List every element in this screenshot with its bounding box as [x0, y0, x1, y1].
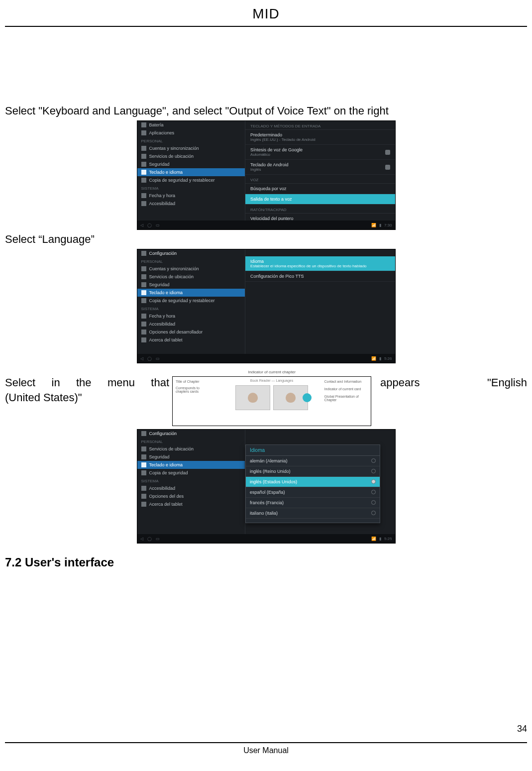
clock-text: 5:26	[384, 356, 392, 361]
language-option[interactable]: alemán (Alemania)	[246, 456, 379, 466]
language-option[interactable]: español (España)	[246, 487, 379, 498]
sidebar-item[interactable]: Accesibilidad	[137, 484, 245, 492]
sidebar-item[interactable]: Cuentas y sincronización	[137, 265, 245, 273]
sidebar-item[interactable]: Aplicaciones	[137, 129, 245, 137]
info-icon	[141, 337, 146, 342]
sidebar-item-label: Accesibilidad	[149, 201, 176, 206]
shot3-left-title: Title of Chapter	[176, 380, 219, 383]
main-row[interactable]: Teclado de AndroidInglés	[245, 160, 395, 175]
backup-icon	[141, 178, 146, 183]
page-number: 34	[5, 724, 527, 734]
sidebar-item[interactable]: Opciones del des	[137, 492, 245, 500]
thumbnail-row	[235, 385, 308, 410]
dialog-title: Idioma	[246, 445, 379, 456]
sidebar-item[interactable]: Servicios de ubicación	[137, 273, 245, 281]
sidebar-item-label: Acerca del tablet	[149, 337, 183, 342]
recent-icon[interactable]: ▭	[156, 223, 160, 227]
sidebar-item[interactable]: Fecha y hora	[137, 312, 245, 320]
sidebar-item[interactable]: Copia de seguridad	[137, 469, 245, 477]
thumbnail[interactable]	[235, 385, 270, 410]
sidebar-item-label: Copia de seguridad y restablecer	[149, 178, 215, 183]
back-icon[interactable]: ◁	[140, 223, 143, 227]
language-option-english-us[interactable]: inglés (Estados Unidos)	[246, 477, 379, 487]
thumbnail[interactable]	[273, 385, 308, 410]
gear-icon[interactable]	[385, 150, 390, 155]
home-icon[interactable]: ◯	[147, 537, 152, 541]
lock-icon	[141, 162, 146, 167]
sidebar-item[interactable]: Acerca del tablet	[137, 336, 245, 344]
language-option[interactable]: italiano (Italia)	[246, 508, 379, 519]
instruction-step-3-left: Select in the menu that	[5, 376, 169, 389]
sidebar-item[interactable]: Copia de seguridad y restablecer	[137, 297, 245, 305]
screenshot-3: Indicator of current chapter Title of Ch…	[172, 376, 371, 426]
option-label: inglés (Estados Unidos)	[250, 479, 297, 484]
clock-icon	[141, 314, 146, 319]
recent-icon[interactable]: ▭	[156, 537, 160, 541]
sidebar-item[interactable]: Seguridad	[137, 281, 245, 289]
footer-rule	[5, 742, 527, 743]
back-icon[interactable]: ◁	[140, 356, 143, 361]
sidebar-item[interactable]: Opciones del desarrollador	[137, 328, 245, 336]
sidebar-item[interactable]: Accesibilidad	[137, 200, 245, 208]
main-row-tts-output[interactable]: Salida de texto a voz	[245, 194, 395, 205]
shot3-right1: Contact and Information	[324, 380, 368, 383]
sidebar-item[interactable]: Acerca del tablet	[137, 500, 245, 508]
sidebar-item-label: Batería	[149, 122, 164, 127]
sidebar-item[interactable]: Batería	[137, 121, 245, 129]
home-icon[interactable]: ◯	[147, 356, 152, 361]
developer-icon	[141, 494, 146, 499]
sidebar-item-keyboard-language[interactable]: Teclado e idioma	[137, 168, 245, 176]
sidebar-item[interactable]: Copia de seguridad y restablecer	[137, 176, 245, 184]
screenshot-2: Configuración PERSONAL Cuentas y sincron…	[137, 249, 396, 363]
sidebar-item[interactable]: Fecha y hora	[137, 192, 245, 200]
keyboard-icon	[141, 290, 146, 295]
gear-icon[interactable]	[385, 165, 390, 170]
sidebar-item[interactable]: Cuentas y sincronización	[137, 144, 245, 152]
option-label: inglés (Reino Unido)	[250, 469, 291, 474]
shot2-sidebar: Configuración PERSONAL Cuentas y sincron…	[137, 249, 246, 354]
main-row-label: Idioma	[250, 259, 264, 264]
wifi-icon: 📶	[371, 223, 376, 227]
language-option[interactable]: francés (Francia)	[246, 498, 379, 508]
home-icon[interactable]: ◯	[147, 223, 152, 227]
main-row[interactable]: Síntesis de voz de GoogleAutomático	[245, 145, 395, 160]
shot3-left-sub1: Corresponds to	[176, 386, 219, 390]
main-row[interactable]: Configuración de Pico TTS	[245, 271, 395, 282]
option-label: alemán (Alemania)	[250, 458, 288, 463]
sidebar-item[interactable]: Servicios de ubicación	[137, 152, 245, 160]
sidebar-item-label: Servicios de ubicación	[149, 274, 194, 279]
language-option[interactable]: inglés (Reino Unido)	[246, 466, 379, 477]
sidebar-item[interactable]: Servicios de ubicación	[137, 445, 245, 453]
screenshot-4: Configuración PERSONAL Servicios de ubic…	[137, 429, 396, 544]
sidebar-item-label: Fecha y hora	[149, 193, 176, 198]
main-row-label: Búsqueda por voz	[250, 186, 287, 191]
sidebar-item[interactable]: Seguridad	[137, 453, 245, 461]
sidebar-item-label: Teclado e idioma	[149, 462, 183, 467]
clock-text: 5:25	[384, 537, 392, 541]
gear-icon	[141, 251, 146, 256]
shot4-sidebar: Configuración PERSONAL Servicios de ubic…	[137, 430, 246, 534]
radio-icon	[371, 500, 376, 505]
info-icon	[141, 502, 146, 507]
main-row-language[interactable]: IdiomaEstablecer el idioma específico de…	[245, 256, 395, 271]
android-navbar: ◁◯▭ 📶▮5:25	[137, 534, 395, 543]
main-row-sub: Automático	[250, 152, 303, 157]
sidebar-item-keyboard-language[interactable]: Teclado e idioma	[137, 289, 245, 297]
sidebar-item[interactable]: Accesibilidad	[137, 320, 245, 328]
sidebar-item[interactable]: Seguridad	[137, 160, 245, 168]
shot3-brand: Book Reader — Languages	[250, 379, 293, 382]
settings-title: Configuración	[137, 249, 245, 257]
shot3-right-col: Contact and Information Indicator of cur…	[321, 377, 371, 426]
sidebar-item-label: Cuentas y sincronización	[149, 146, 199, 151]
sidebar-group-head: PERSONAL	[137, 438, 245, 445]
radio-icon	[371, 458, 376, 463]
main-row[interactable]: PredeterminadoInglés (EE.UU.) - Teclado …	[245, 130, 395, 145]
main-row[interactable]: Búsqueda por voz	[245, 184, 395, 194]
sidebar-item-label: Seguridad	[149, 282, 170, 287]
sidebar-item-keyboard-language[interactable]: Teclado e idioma	[137, 461, 245, 469]
radio-icon	[371, 469, 376, 473]
back-icon[interactable]: ◁	[140, 537, 143, 541]
recent-icon[interactable]: ▭	[156, 356, 160, 361]
main-row-sub: Inglés	[250, 167, 289, 172]
shot3-right2: Indicator of current card	[324, 387, 368, 391]
